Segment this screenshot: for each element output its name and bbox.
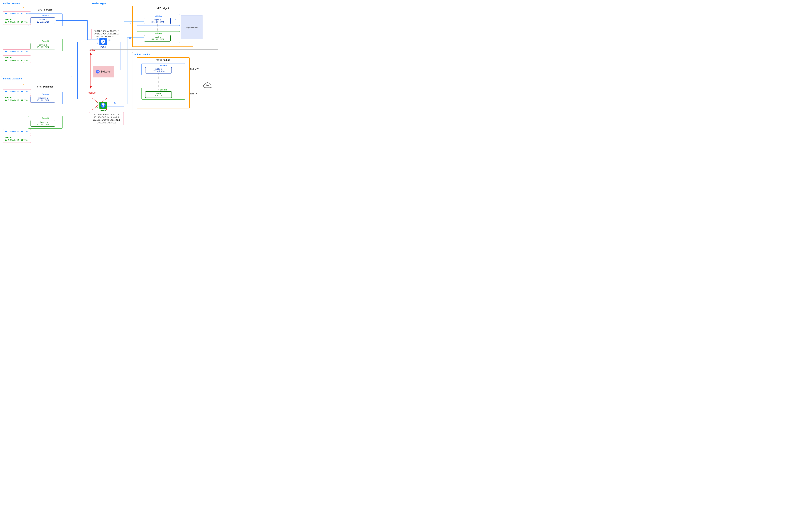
route-servers-a-backup: Backup 0.0.0.0/0 via 10.160.2.10 <box>3 17 31 25</box>
cloud-inet: Inet <box>203 82 213 89</box>
subnet-mgmt-a-cidr: 192.168.1.0/24 <box>151 21 164 23</box>
subnet-database-a-cidr: 10.161.1.0/24 <box>37 99 49 102</box>
fw-b-box <box>99 102 107 109</box>
subnet-database-b-name: database-b <box>38 121 48 123</box>
subnet-public-b-cidr: 172.16.2.0/24 <box>153 95 164 97</box>
route-database-a-primary: 0.0.0.0/0 via 10.161.1.10 <box>3 89 31 94</box>
subnet-public-a-cidr: 172.16.1.0/24 <box>153 70 164 73</box>
folder-public-title: Folder: Public <box>134 53 150 56</box>
subnet-mgmt-a: mgmt-a 192.168.1.0/24 <box>144 18 171 24</box>
ip-fwa-left-2: .10 <box>95 42 98 44</box>
function-icon: ƒn <box>96 70 100 74</box>
folder-database-title: Folder: Database <box>3 77 22 80</box>
nat-b-label: 1to1 NAT <box>190 93 199 95</box>
database-zone-b-title: Zone B <box>28 117 62 120</box>
ip-mgmt-a-right: .10 <box>129 22 131 24</box>
route-database-b-primary: 0.0.0.0/0 via 10.161.1.10 <box>3 129 31 134</box>
fw-a-status: Active <box>89 49 95 52</box>
svg-marker-8 <box>90 52 92 55</box>
subnet-database-a: database-a 10.161.1.0/24 <box>30 96 55 103</box>
subnet-database-a-name: database-a <box>38 97 48 99</box>
public-zone-b-title: Zone B <box>142 89 185 91</box>
subnet-database-b-cidr: 10.161.2.0/24 <box>37 123 49 125</box>
nat-a-label: 1to1 NAT <box>190 68 199 70</box>
ip-mgmt-b-left: .10 <box>129 37 131 39</box>
route-servers-b-backup: Backup 0.0.0.0/0 via 10.160.2.10 <box>3 55 31 63</box>
vpc-mgmt-title: VPC: Mgmt <box>133 7 193 10</box>
ip-fwb-left-2: .10 <box>95 106 98 108</box>
route-servers-b-primary: 0.0.0.0/0 via 10.160.1.10 <box>3 49 31 54</box>
mgmt-zone-b-title: Zone B <box>137 32 179 35</box>
cloud-label: Inet <box>206 84 209 87</box>
vpc-servers-title: VPC: Servers <box>24 9 67 11</box>
fw-a-box <box>99 38 107 45</box>
ip-fwa-left-1: .10 <box>95 37 98 40</box>
fw-b-label: FW-B <box>100 109 106 112</box>
public-zone-a-title: Zone A <box>142 64 185 66</box>
shield-icon <box>100 39 106 45</box>
subnet-public-b-name: public-b <box>155 92 162 95</box>
fw-b-routes: 10.161.0.0/16 via 10.161.2.1 10.160.0.0/… <box>89 112 124 125</box>
route-database-b-backup: Backup 0.0.0.0/0 via 10.161.2.10 <box>3 135 31 143</box>
subnet-mgmt-b-cidr: 192.168.2.0/24 <box>151 38 164 41</box>
subnet-public-b: public-b 172.16.2.0/24 <box>145 91 172 98</box>
fw-a-label: FW-A <box>100 46 106 48</box>
subnet-database-b: database-b 10.161.2.0/24 <box>30 120 55 126</box>
subnet-mgmt-b: mgmt-b 192.168.2.0/24 <box>144 35 171 42</box>
subnet-mgmt-b-name: mgmt-b <box>154 36 161 38</box>
mgmt-zone-a-title: Zone A <box>137 15 179 17</box>
svg-marker-9 <box>90 86 92 89</box>
subnet-public-a-name: public-a <box>155 68 162 70</box>
fw-b-status: Passive <box>87 91 96 94</box>
route-servers-a-primary: 0.0.0.0/0 via 10.160.1.10 <box>3 11 31 16</box>
switcher-label: Switcher <box>101 70 111 73</box>
database-zone-a-title: Zone A <box>28 93 62 95</box>
shield-icon <box>100 103 106 108</box>
subnet-servers-a-cidr: 10.160.1.0/24 <box>37 21 49 23</box>
vpc-database-title: VPC: Database <box>24 85 67 88</box>
subnet-servers-a: servers-a 10.160.1.0/24 <box>30 17 55 24</box>
ip-fwa-right-1: .10 <box>108 39 111 41</box>
vpc-public-title: VPC: Piublic <box>137 59 189 61</box>
ip-mgmt-srv: .100 <box>174 19 178 20</box>
subnet-mgmt-a-name: mgmt-a <box>154 19 161 21</box>
switcher-box: ƒn Switcher <box>93 66 114 77</box>
subnet-servers-b: servers-b 10.160.2.0/24 <box>30 43 55 49</box>
folder-mgmt-title: Folder: Mgmt <box>92 2 106 5</box>
subnet-public-a: public-a 172.16.1.0/24 <box>145 67 172 74</box>
servers-zone-a-title: Zone A <box>28 14 62 17</box>
ip-fwb-right-1: .10 <box>114 102 116 104</box>
folder-servers-title: Folder: Servers <box>3 2 20 5</box>
mgmt-server-box: mgmt-server <box>181 15 203 39</box>
subnet-servers-b-cidr: 10.160.2.0/24 <box>37 46 49 48</box>
route-database-a-backup: Backup 0.0.0.0/0 via 10.161.2.10 <box>3 95 31 103</box>
servers-zone-b-title: Zone B <box>28 40 62 42</box>
subnet-servers-a-name: servers-a <box>39 18 47 21</box>
cloud-icon: Inet <box>203 82 213 89</box>
subnet-servers-b-name: servers-b <box>39 44 47 46</box>
ip-fwb-left-1: .10 <box>95 102 98 104</box>
